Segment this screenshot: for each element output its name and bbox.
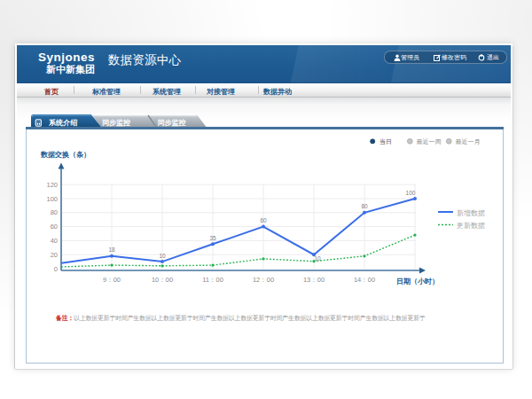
svg-text:数据交换（条）: 数据交换（条） xyxy=(40,151,90,159)
svg-text:80: 80 xyxy=(51,208,58,216)
svg-text:40: 40 xyxy=(51,237,58,245)
svg-text:同步监控: 同步监控 xyxy=(102,119,130,127)
svg-text:10: 10 xyxy=(159,253,166,259)
svg-text:60: 60 xyxy=(51,223,58,231)
svg-text:120: 120 xyxy=(46,181,58,189)
svg-text:更新数据: 更新数据 xyxy=(457,222,485,230)
svg-text:最近一周: 最近一周 xyxy=(417,138,442,145)
svg-text:10：00: 10：00 xyxy=(152,276,173,284)
svg-text:新增数据: 新增数据 xyxy=(457,209,485,217)
svg-text:9：00: 9：00 xyxy=(103,276,121,284)
svg-text:最近一月: 最近一月 xyxy=(456,138,481,145)
svg-text:20: 20 xyxy=(51,251,58,259)
svg-text:14：00: 14：00 xyxy=(354,276,375,284)
svg-text:100: 100 xyxy=(46,195,58,203)
svg-text:80: 80 xyxy=(361,203,368,209)
svg-text:18: 18 xyxy=(108,246,115,253)
svg-text:11：00: 11：00 xyxy=(202,276,223,284)
svg-text:系统介绍: 系统介绍 xyxy=(48,118,77,127)
svg-text:12：00: 12：00 xyxy=(253,276,274,284)
svg-text:日期（小时）: 日期（小时） xyxy=(396,278,439,286)
svg-text:35: 35 xyxy=(209,235,216,241)
svg-text:当日: 当日 xyxy=(379,138,392,145)
svg-text:0: 0 xyxy=(54,265,58,273)
svg-text:同步监控: 同步监控 xyxy=(158,119,186,127)
svg-text:13：00: 13：00 xyxy=(303,276,325,284)
svg-text:100: 100 xyxy=(406,190,416,196)
svg-text:60: 60 xyxy=(260,217,267,223)
svg-text:10: 10 xyxy=(314,255,321,262)
